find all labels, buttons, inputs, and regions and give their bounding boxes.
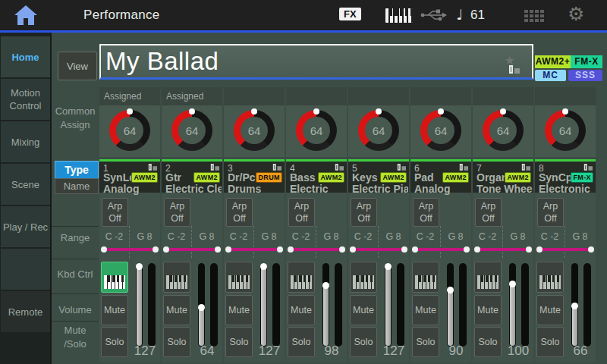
- range-slider[interactable]: [538, 248, 593, 251]
- sidebar-item-remote[interactable]: Remote: [1, 291, 50, 332]
- part-header[interactable]: 8 SynCp FM-X Electronic: [535, 159, 596, 193]
- keyboard-indicator-icon: [385, 8, 413, 23]
- volume-fader[interactable]: [447, 263, 454, 347]
- part-header[interactable]: 5 Keys AWM2 Electric Pia: [348, 159, 409, 193]
- mute-button[interactable]: Mute: [288, 295, 315, 325]
- name-button[interactable]: Name: [55, 178, 99, 194]
- kbd-ctrl-button[interactable]: [536, 262, 564, 293]
- part-slot-icon: [149, 164, 157, 171]
- keyboard-icon: [291, 275, 312, 289]
- assign-knob-pointer: [251, 108, 257, 115]
- assign-knob[interactable]: 64: [171, 110, 212, 151]
- part-arp-button[interactable]: Arp Off: [102, 198, 128, 227]
- kbd-ctrl-button[interactable]: [412, 262, 439, 293]
- part-header[interactable]: 4 Bass AWM2 Electric: [286, 159, 347, 193]
- assign-knob[interactable]: 64: [234, 110, 275, 151]
- solo-button[interactable]: Solo: [350, 327, 377, 357]
- kbd-ctrl-button[interactable]: [288, 262, 315, 293]
- range-high-note: G 8: [442, 231, 470, 242]
- assign-knob[interactable]: 64: [296, 110, 337, 151]
- part-header[interactable]: 7 Organ AWM2 Tone Wheel: [473, 159, 533, 193]
- volume-fader[interactable]: [260, 263, 267, 347]
- range-slider[interactable]: [414, 248, 468, 251]
- solo-button[interactable]: Solo: [536, 327, 564, 357]
- solo-button[interactable]: Solo: [288, 327, 315, 357]
- sidebar-item-play-rec[interactable]: Play / Rec: [1, 206, 50, 247]
- mute-button[interactable]: Mute: [163, 295, 190, 325]
- volume-fader[interactable]: [322, 263, 329, 347]
- sidebar-item-scene[interactable]: Scene: [1, 164, 50, 205]
- sidebar-item-home[interactable]: Home: [1, 36, 50, 77]
- range-slider[interactable]: [227, 248, 281, 251]
- part-header[interactable]: 2 Gtr AWM2 Electric Cle: [162, 159, 222, 193]
- assign-knob[interactable]: 64: [358, 110, 399, 151]
- main-content: View My Ballad ★ AWM2+ FM-X MC SSS Commo…: [52, 33, 607, 364]
- solo-button[interactable]: Solo: [412, 327, 439, 357]
- view-button[interactable]: View: [58, 52, 97, 80]
- tempo-note-icon: ♩: [456, 6, 463, 23]
- volume-fader[interactable]: [136, 263, 143, 347]
- solo-button[interactable]: Solo: [101, 327, 128, 357]
- solo-button[interactable]: Solo: [163, 327, 190, 357]
- range-low-note: C -2: [411, 231, 439, 242]
- volume-value: 66: [564, 344, 597, 359]
- range-slider[interactable]: [102, 248, 157, 251]
- performance-name-field[interactable]: My Ballad ★: [99, 44, 533, 80]
- range-slider[interactable]: [165, 248, 219, 251]
- solo-button[interactable]: Solo: [225, 327, 253, 357]
- kbd-ctrl-button[interactable]: [163, 262, 190, 293]
- assign-knob[interactable]: 64: [545, 110, 586, 151]
- part-column: 6 Pad AWM2 Analog Arp Off C -2 G 8 Mute …: [410, 159, 471, 362]
- performance-name: My Ballad: [105, 47, 219, 76]
- quick-setup-grid-icon[interactable]: [524, 10, 546, 22]
- awm2-plus-badge: AWM2+: [535, 55, 571, 68]
- mute-button[interactable]: Mute: [350, 295, 377, 325]
- assign-knob-value: 64: [497, 124, 510, 137]
- volume-fader[interactable]: [198, 263, 205, 347]
- kbd-ctrl-button[interactable]: [225, 262, 253, 293]
- part-arp-button[interactable]: Arp Off: [226, 198, 253, 227]
- part-header[interactable]: 3 Dr/Pc DRUM Drums: [224, 159, 285, 193]
- home-icon[interactable]: [12, 4, 39, 27]
- part-arp-button[interactable]: Arp Off: [475, 198, 502, 227]
- tempo-value[interactable]: 61: [470, 8, 485, 23]
- mute-button[interactable]: Mute: [412, 295, 439, 325]
- level-meter: [272, 263, 280, 347]
- level-meter: [335, 263, 342, 347]
- range-slider[interactable]: [351, 248, 406, 251]
- mute-button[interactable]: Mute: [225, 295, 253, 325]
- assign-knob-cell: 64: [410, 87, 471, 157]
- part-header[interactable]: 6 Pad AWM2 Analog: [410, 159, 471, 193]
- type-button[interactable]: Type: [55, 161, 99, 178]
- range-low-note: C -2: [100, 231, 128, 242]
- part-header[interactable]: 1 SynLd AWM2 Analog: [99, 159, 160, 193]
- mute-button[interactable]: Mute: [474, 295, 502, 325]
- volume-fader[interactable]: [509, 263, 516, 347]
- kbd-ctrl-button[interactable]: [350, 262, 377, 293]
- part-arp-button[interactable]: Arp Off: [413, 198, 439, 227]
- range-slider[interactable]: [289, 248, 344, 251]
- range-slider[interactable]: [476, 248, 530, 251]
- motion-control-badge: MC: [535, 70, 566, 81]
- solo-button[interactable]: Solo: [474, 327, 502, 357]
- volume-fader[interactable]: [385, 263, 392, 347]
- volume-fader[interactable]: [571, 263, 578, 347]
- part-arp-button[interactable]: Arp Off: [537, 198, 564, 227]
- kbd-ctrl-button[interactable]: [101, 262, 128, 293]
- level-meter: [521, 263, 529, 347]
- sidebar-item-mixing[interactable]: Mixing: [1, 121, 50, 162]
- assign-knob-value: 64: [310, 124, 323, 137]
- header-divider: [0, 30, 607, 33]
- utility-gear-icon[interactable]: ⚙: [568, 3, 584, 25]
- sidebar-item-motion-control[interactable]: Motion Control: [1, 79, 50, 120]
- part-arp-button[interactable]: Arp Off: [351, 198, 377, 227]
- part-arp-button[interactable]: Arp Off: [164, 198, 190, 227]
- kbd-ctrl-button[interactable]: [474, 262, 502, 293]
- mute-button[interactable]: Mute: [101, 295, 128, 325]
- part-arp-button[interactable]: Arp Off: [288, 198, 315, 227]
- part-slot-icon: [211, 164, 219, 171]
- assign-knob[interactable]: 64: [109, 110, 150, 151]
- assign-knob[interactable]: 64: [420, 110, 461, 151]
- assign-knob[interactable]: 64: [483, 110, 524, 151]
- mute-button[interactable]: Mute: [536, 295, 564, 325]
